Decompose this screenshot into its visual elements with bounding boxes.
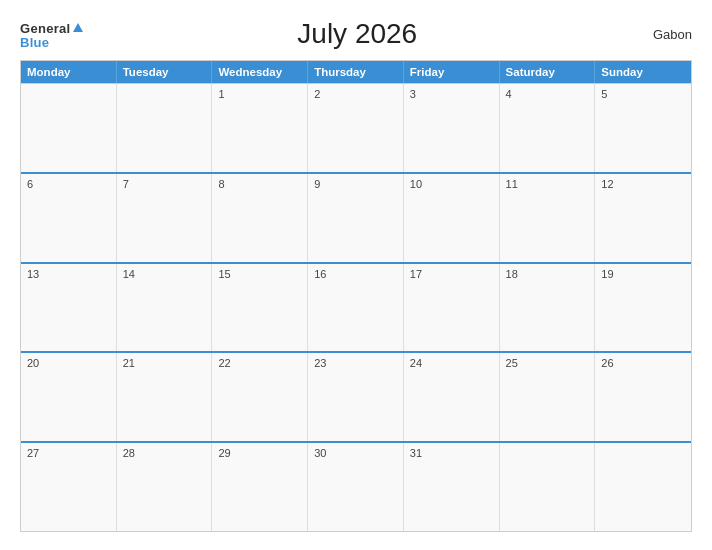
- day-number: 13: [27, 268, 39, 280]
- day-cell: [500, 443, 596, 531]
- logo-blue-text: Blue: [20, 36, 49, 49]
- day-cell: 10: [404, 174, 500, 262]
- week-row-3: 13141516171819: [21, 262, 691, 352]
- day-header-tuesday: Tuesday: [117, 61, 213, 83]
- day-number: 7: [123, 178, 129, 190]
- logo-triangle-icon: [73, 23, 83, 32]
- day-number: 23: [314, 357, 326, 369]
- week-row-2: 6789101112: [21, 172, 691, 262]
- day-cell: 18: [500, 264, 596, 352]
- day-number: 25: [506, 357, 518, 369]
- day-cell: [595, 443, 691, 531]
- day-number: 8: [218, 178, 224, 190]
- day-cell: 15: [212, 264, 308, 352]
- day-number: 3: [410, 88, 416, 100]
- day-cell: 20: [21, 353, 117, 441]
- day-cell: 5: [595, 84, 691, 172]
- day-cell: 3: [404, 84, 500, 172]
- week-row-1: 12345: [21, 83, 691, 172]
- day-cell: 7: [117, 174, 213, 262]
- day-cell: 27: [21, 443, 117, 531]
- day-number: 27: [27, 447, 39, 459]
- day-cell: 25: [500, 353, 596, 441]
- week-row-5: 2728293031: [21, 441, 691, 531]
- day-header-sunday: Sunday: [595, 61, 691, 83]
- day-number: 30: [314, 447, 326, 459]
- day-number: 31: [410, 447, 422, 459]
- logo-general-text: General: [20, 21, 71, 36]
- week-row-4: 20212223242526: [21, 351, 691, 441]
- day-number: 15: [218, 268, 230, 280]
- calendar-title: July 2026: [83, 18, 632, 50]
- day-cell: 26: [595, 353, 691, 441]
- day-number: 20: [27, 357, 39, 369]
- day-number: 21: [123, 357, 135, 369]
- day-header-wednesday: Wednesday: [212, 61, 308, 83]
- logo: General Blue: [20, 20, 83, 49]
- day-cell: 11: [500, 174, 596, 262]
- day-cell: 23: [308, 353, 404, 441]
- day-cell: 17: [404, 264, 500, 352]
- logo-top-line: General: [20, 20, 83, 36]
- weeks-container: 1234567891011121314151617181920212223242…: [21, 83, 691, 531]
- calendar: MondayTuesdayWednesdayThursdayFridaySatu…: [20, 60, 692, 532]
- day-number: 18: [506, 268, 518, 280]
- day-number: 24: [410, 357, 422, 369]
- header: General Blue July 2026 Gabon: [20, 18, 692, 50]
- day-number: 22: [218, 357, 230, 369]
- day-cell: 13: [21, 264, 117, 352]
- day-cell: 9: [308, 174, 404, 262]
- day-number: 26: [601, 357, 613, 369]
- day-number: 5: [601, 88, 607, 100]
- day-number: 2: [314, 88, 320, 100]
- day-number: 6: [27, 178, 33, 190]
- day-number: 11: [506, 178, 518, 190]
- day-number: 4: [506, 88, 512, 100]
- day-cell: 16: [308, 264, 404, 352]
- day-header-friday: Friday: [404, 61, 500, 83]
- day-number: 14: [123, 268, 135, 280]
- day-cell: 22: [212, 353, 308, 441]
- day-cell: 14: [117, 264, 213, 352]
- day-cell: 21: [117, 353, 213, 441]
- page: General Blue July 2026 Gabon MondayTuesd…: [0, 0, 712, 550]
- day-cell: 19: [595, 264, 691, 352]
- day-headers-row: MondayTuesdayWednesdayThursdayFridaySatu…: [21, 61, 691, 83]
- day-number: 29: [218, 447, 230, 459]
- day-number: 12: [601, 178, 613, 190]
- day-number: 9: [314, 178, 320, 190]
- day-cell: 8: [212, 174, 308, 262]
- day-cell: [21, 84, 117, 172]
- day-header-monday: Monday: [21, 61, 117, 83]
- day-cell: 29: [212, 443, 308, 531]
- day-cell: 28: [117, 443, 213, 531]
- day-header-thursday: Thursday: [308, 61, 404, 83]
- day-cell: 12: [595, 174, 691, 262]
- day-number: 1: [218, 88, 224, 100]
- country-label: Gabon: [632, 27, 692, 42]
- day-cell: [117, 84, 213, 172]
- day-cell: 2: [308, 84, 404, 172]
- day-number: 19: [601, 268, 613, 280]
- day-cell: 1: [212, 84, 308, 172]
- day-cell: 6: [21, 174, 117, 262]
- day-number: 10: [410, 178, 422, 190]
- day-number: 28: [123, 447, 135, 459]
- day-number: 17: [410, 268, 422, 280]
- day-header-saturday: Saturday: [500, 61, 596, 83]
- day-cell: 30: [308, 443, 404, 531]
- day-cell: 31: [404, 443, 500, 531]
- day-cell: 4: [500, 84, 596, 172]
- day-cell: 24: [404, 353, 500, 441]
- day-number: 16: [314, 268, 326, 280]
